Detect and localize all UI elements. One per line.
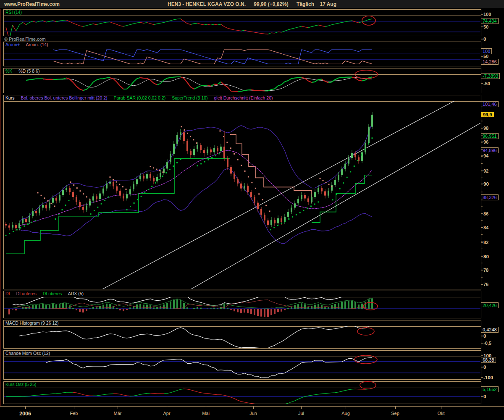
- scale-label: 98: [483, 126, 488, 131]
- month-label: 2006: [19, 411, 31, 417]
- scale-label: 0: [483, 365, 486, 370]
- candlestick-chart[interactable]: [4, 101, 480, 289]
- month-tick: [74, 407, 74, 409]
- price-scale[interactable]: 10074,4045001005014,286-7,3893-50101,469…: [481, 0, 504, 420]
- header-bar: www.ProRealTime.com HEN3 - HENKEL KGAA V…: [0, 0, 504, 8]
- scale-label: 82: [483, 240, 488, 245]
- di-upper-label: DI oberes: [43, 291, 62, 296]
- scale-label: -100: [483, 375, 493, 380]
- scale-label: 80: [483, 254, 489, 259]
- aroon-panel-label: Aroon+ Aroon- (14): [4, 42, 481, 48]
- month-tick: [346, 407, 346, 409]
- scale-label: 99,9: [481, 112, 494, 117]
- scale-label: 68,38: [481, 357, 496, 363]
- scale-label: 14,286: [481, 59, 499, 65]
- aroon-chart[interactable]: [4, 48, 480, 66]
- scale-label: 100: [481, 48, 492, 54]
- parabolic-sar-label: Parab SAR (0,02 0,02 0,2): [113, 95, 165, 100]
- scale-label: 94,896: [481, 147, 499, 153]
- month-tick: [441, 407, 441, 409]
- scale-label: 100: [483, 12, 491, 17]
- scale-label: -7,3893: [481, 73, 500, 79]
- stoch-k-label: %K: [5, 68, 12, 74]
- month-label: Mär: [114, 411, 122, 416]
- moving-average-label: gleit Durchschnitt (Einfach 20): [214, 95, 273, 100]
- month-label: Jul: [298, 411, 304, 416]
- stochastic-chart[interactable]: [4, 74, 480, 93]
- month-tick: [206, 407, 206, 409]
- scale-label: 50: [483, 24, 488, 29]
- scale-label: -50: [483, 81, 490, 86]
- kurs-osz-chart[interactable]: [4, 388, 480, 404]
- di-label: DI: [5, 291, 10, 296]
- month-tick: [301, 407, 302, 409]
- scale-label: 94: [483, 153, 488, 158]
- timeframe: Täglich: [297, 1, 314, 7]
- month-tick: [167, 407, 167, 409]
- chart-title: HEN3 - HENKEL KGAA VZO O.N. 99,90 (+0,82…: [0, 1, 504, 7]
- aroon-up-label: Aroon+: [5, 42, 20, 47]
- month-label: Mai: [202, 411, 210, 416]
- adx-panel-label: DI DI unteres DI oberes ADX (5): [4, 291, 481, 297]
- scale-label: 0: [483, 333, 486, 339]
- scale-label: 92: [483, 168, 488, 173]
- stoch-d-label: %D (5 8 6): [18, 68, 39, 74]
- adx-label: ADX (5): [68, 291, 84, 296]
- scale-label: 78: [483, 268, 488, 273]
- scale-label: 0,4248: [481, 327, 499, 333]
- kurs-osz-label: Kurs Osz (5 25): [5, 382, 37, 387]
- chande-label: Chande Mom Osc (12): [5, 351, 50, 356]
- chande-panel-label: Chande Mom Osc (12): [4, 351, 481, 357]
- month-label: Apr: [163, 411, 170, 416]
- month-label: Okt: [437, 411, 444, 416]
- month-tick: [118, 407, 118, 409]
- scale-label: 50: [483, 54, 488, 59]
- month-label: Aug: [341, 411, 350, 416]
- scale-label: 96: [483, 139, 488, 144]
- scale-label: 74,404: [481, 18, 499, 24]
- scale-label: 5,1652: [481, 386, 499, 392]
- scale-label: 20,426: [481, 302, 499, 308]
- month-label: Feb: [70, 411, 78, 416]
- window-edge: [0, 9, 1, 406]
- scale-label: 0: [483, 37, 486, 42]
- scale-label: 101,46: [481, 101, 499, 107]
- price-panel-label: Kurs Bol. oberes Bol. unteres Bollinger …: [4, 95, 481, 102]
- month-tick: [25, 407, 26, 409]
- rsi-panel-label: RSI (14): [4, 10, 481, 16]
- macd-panel-label: MACD Histogram (9 26 12): [4, 320, 481, 327]
- adx-chart[interactable]: [4, 297, 480, 318]
- scale-label: 96,951: [481, 133, 499, 139]
- month-label: Jun: [249, 411, 257, 416]
- macd-label: MACD Histogram (9 26 12): [5, 320, 59, 326]
- scale-label: 86: [483, 211, 488, 216]
- kurs-osz-panel-label: Kurs Osz (5 25): [4, 382, 481, 388]
- di-lower-label: DI unteres: [16, 291, 36, 296]
- time-axis[interactable]: 2006FebMärAprMaiJunJulAugSepOkt: [0, 406, 504, 420]
- kurs-label: Kurs: [5, 95, 15, 100]
- last-price: 99,90 (+0,82%): [254, 1, 288, 7]
- scale-label: 0: [483, 394, 486, 399]
- macd-chart[interactable]: [4, 326, 480, 348]
- month-label: Sep: [391, 411, 399, 416]
- month-tick: [395, 407, 396, 409]
- scale-label: 76: [483, 282, 488, 287]
- chande-chart[interactable]: [4, 357, 480, 379]
- symbol-name: HEN3 - HENKEL KGAA VZO O.N.: [168, 1, 246, 7]
- scale-label: 88,326: [481, 194, 499, 200]
- scale-label: 84: [483, 225, 488, 230]
- aroon-down-label: Aroon- (14): [26, 42, 48, 47]
- bollinger-label: Bol. oberes Bol. unteres Bollinger mitt …: [21, 95, 108, 100]
- rsi-indicator-label: RSI (14): [5, 10, 22, 15]
- rsi-chart[interactable]: [4, 16, 480, 36]
- watermark: © ProRealTime.com: [4, 37, 46, 42]
- scale-label: -0,5: [483, 341, 491, 346]
- scale-label: 90: [483, 181, 489, 186]
- month-tick: [253, 407, 254, 409]
- stochastic-panel-label: %K %D (5 8 6): [4, 68, 481, 75]
- supertrend-label: SuperTrend (3 10): [172, 95, 207, 100]
- date-label: 17 Aug: [320, 1, 336, 7]
